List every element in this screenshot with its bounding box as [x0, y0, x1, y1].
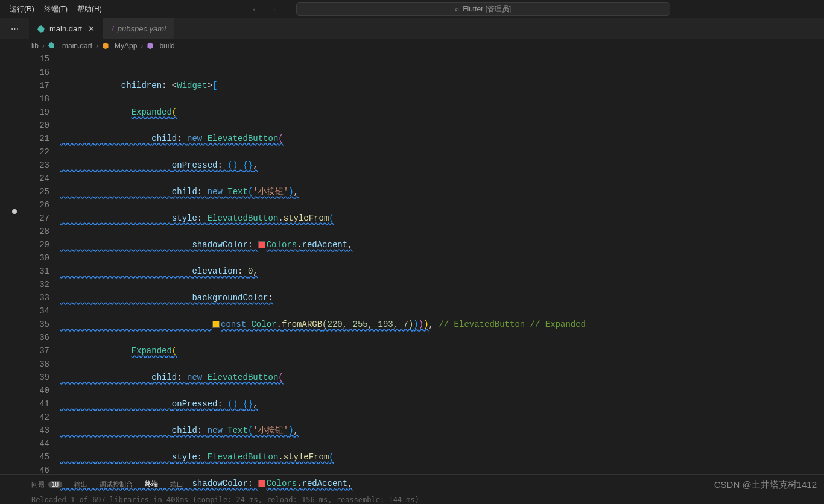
- tab-pubspec[interactable]: ! pubspec.yaml: [103, 18, 174, 39]
- breadcrumb[interactable]: lib › main.dart › MyApp › build: [0, 39, 824, 52]
- dirty-indicator-icon: [12, 209, 17, 214]
- class-icon: [102, 42, 109, 49]
- color-swatch-red: [258, 241, 265, 248]
- bc-class[interactable]: MyApp: [115, 42, 137, 50]
- watermark: CSDN @土井塔克树1412: [714, 479, 817, 491]
- line-numbers: 1516171819202122232425262728293031323334…: [29, 52, 60, 474]
- color-swatch-red: [258, 480, 265, 487]
- yaml-file-icon: !: [112, 24, 114, 33]
- activity-bar: [0, 52, 29, 474]
- tabs-row: ⋯ main.dart ✕ ! pubspec.yaml: [0, 18, 824, 39]
- tab-label: main.dart: [49, 24, 82, 33]
- code-area[interactable]: children: <Widget>[ Expanded( child: new…: [60, 52, 824, 474]
- command-center[interactable]: ⌕ Flutter [管理员]: [296, 2, 670, 16]
- color-swatch-gold: [212, 321, 220, 328]
- tab-main-dart[interactable]: main.dart ✕: [29, 18, 103, 39]
- menu-terminal[interactable]: 终端(T): [39, 4, 72, 14]
- panel-problems[interactable]: 问题18: [31, 480, 62, 489]
- dart-file-icon: [37, 25, 46, 33]
- close-icon[interactable]: ✕: [88, 24, 95, 33]
- search-text: Flutter [管理员]: [463, 4, 511, 14]
- menu-help[interactable]: 帮助(H): [72, 4, 107, 14]
- bc-method[interactable]: build: [159, 42, 174, 50]
- bc-folder[interactable]: lib: [31, 42, 39, 50]
- chevron-right-icon: ›: [141, 42, 143, 50]
- dart-file-icon: [48, 42, 57, 50]
- menu-run[interactable]: 运行(R): [5, 4, 39, 14]
- tab-label: pubspec.yaml: [118, 24, 166, 33]
- editor-overflow-icon[interactable]: ⋯: [0, 24, 29, 33]
- nav-forward-icon[interactable]: →: [269, 5, 277, 14]
- terminal-output: Reloaded 1 of 697 libraries in 400ms (co…: [0, 493, 824, 504]
- bc-file[interactable]: main.dart: [62, 42, 92, 50]
- chevron-right-icon: ›: [42, 42, 45, 50]
- menubar: 运行(R) 终端(T) 帮助(H) ← → ⌕ Flutter [管理员]: [0, 0, 824, 18]
- editor[interactable]: 1516171819202122232425262728293031323334…: [29, 52, 824, 474]
- chevron-right-icon: ›: [96, 42, 98, 50]
- search-icon: ⌕: [455, 5, 459, 13]
- nav-back-icon[interactable]: ←: [252, 5, 259, 14]
- method-icon: [147, 42, 154, 49]
